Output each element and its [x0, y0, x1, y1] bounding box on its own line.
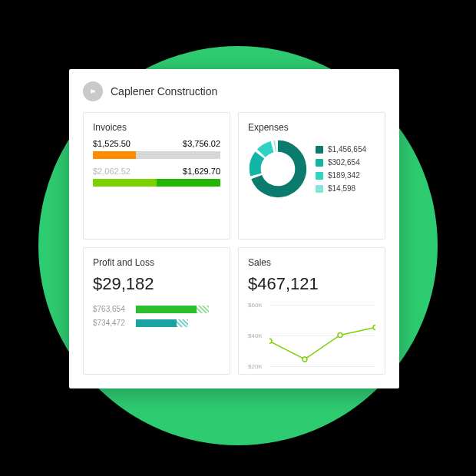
- profit-loss-bar-solid: [136, 306, 197, 313]
- sales-tile[interactable]: Sales $467,121 $60K$40K$20K: [238, 247, 385, 375]
- company-name: Caplener Construction: [111, 85, 217, 98]
- profit-loss-bar: [136, 306, 220, 313]
- tiles-grid: Invoices $1,525.50 $3,756.02 $2,062.52 $…: [83, 112, 385, 375]
- invoices-bottom-right: $1,629.70: [183, 167, 220, 176]
- sales-y-tick: $40K: [248, 332, 263, 339]
- legend-swatch-icon: [316, 146, 323, 154]
- profit-loss-row: $734,472: [93, 319, 220, 327]
- profit-loss-bar: [136, 319, 220, 327]
- invoices-tile[interactable]: Invoices $1,525.50 $3,756.02 $2,062.52 $…: [83, 112, 230, 240]
- expenses-legend-item: $189,342: [316, 171, 366, 180]
- svg-point-1: [263, 154, 292, 183]
- invoices-bottom-bar: [93, 179, 220, 187]
- profit-loss-bar-hatch: [197, 306, 208, 313]
- invoices-title: Invoices: [93, 122, 220, 133]
- profit-loss-row-label: $734,472: [93, 319, 130, 327]
- sales-y-tick: $60K: [248, 302, 263, 309]
- avatar-icon: [88, 86, 98, 97]
- profit-loss-row: $763,654: [93, 305, 220, 313]
- profit-loss-rows: $763,654 $734,472: [93, 305, 220, 327]
- legend-swatch-icon: [316, 185, 323, 193]
- invoices-top-right: $3,756.02: [183, 139, 220, 148]
- svg-point-2: [269, 339, 272, 343]
- sales-total: $467,121: [248, 274, 375, 294]
- invoices-bottom-bar-right: [157, 179, 220, 187]
- expenses-legend-item: $1,456,654: [316, 145, 366, 154]
- invoices-top-bar: [93, 151, 220, 159]
- expenses-title: Expenses: [248, 122, 375, 133]
- expenses-tile[interactable]: Expenses $1,456,654$302,654$189,342$14,5…: [238, 112, 385, 240]
- profit-loss-bar-solid: [136, 319, 177, 327]
- invoices-bottom-values: $2,062.52 $1,629.70: [93, 167, 220, 176]
- invoices-bottom-left: $2,062.52: [93, 167, 131, 176]
- sales-line-svg: [269, 305, 375, 365]
- profit-loss-row-label: $763,654: [93, 305, 130, 313]
- company-avatar[interactable]: [83, 81, 103, 101]
- profit-loss-tile[interactable]: Profit and Loss $29,182 $763,654 $734,47…: [83, 247, 230, 375]
- legend-label: $1,456,654: [328, 145, 366, 154]
- svg-point-4: [338, 332, 342, 337]
- invoices-top-bar-fill: [93, 151, 136, 159]
- profit-loss-total: $29,182: [93, 274, 220, 294]
- invoices-top-left: $1,525.50: [93, 139, 131, 148]
- legend-label: $14,598: [328, 184, 355, 193]
- invoices-top-values: $1,525.50 $3,756.02: [93, 139, 220, 148]
- expenses-legend: $1,456,654$302,654$189,342$14,598: [316, 145, 366, 193]
- sales-line-chart: $60K$40K$20K: [248, 305, 375, 366]
- legend-label: $302,654: [328, 158, 360, 167]
- expenses-legend-item: $14,598: [316, 184, 366, 193]
- expenses-legend-item: $302,654: [316, 158, 366, 167]
- invoices-bottom-bar-left: [93, 179, 157, 187]
- legend-swatch-icon: [316, 159, 323, 167]
- legend-label: $189,342: [328, 171, 360, 180]
- legend-swatch-icon: [316, 172, 323, 180]
- profit-loss-title: Profit and Loss: [93, 257, 220, 268]
- dashboard-header: Caplener Construction: [83, 81, 385, 101]
- svg-point-3: [302, 357, 307, 362]
- profit-loss-bar-hatch: [177, 319, 188, 327]
- dashboard-card: Caplener Construction Invoices $1,525.50…: [69, 69, 399, 388]
- sales-y-tick: $20K: [248, 363, 263, 370]
- sales-gridline: [269, 366, 375, 367]
- sales-title: Sales: [248, 257, 375, 268]
- svg-point-5: [373, 326, 375, 330]
- expenses-donut-chart: [248, 139, 308, 199]
